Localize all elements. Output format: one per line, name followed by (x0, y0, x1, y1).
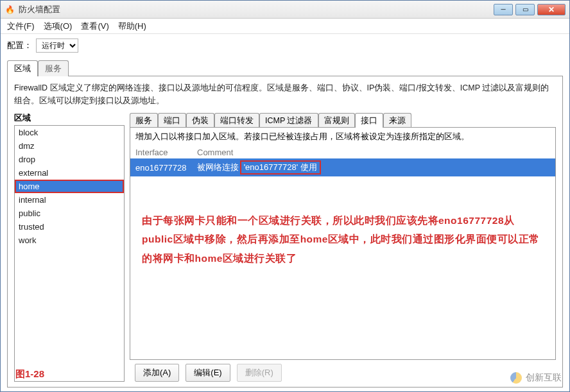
outer-tabs: 区域 服务 (7, 60, 563, 76)
outer-panel: FirewallD 区域定义了绑定的网络连接、接口以及源地址的可信程度。区域是服… (7, 76, 563, 388)
tab-icmp[interactable]: ICMP 过滤器 (259, 113, 318, 128)
tab-source[interactable]: 来源 (383, 113, 411, 128)
cell-comment: 被网络连接 'eno16777728' 使用 (197, 160, 550, 175)
menu-help[interactable]: 帮助(H) (118, 21, 146, 32)
interfaces-table: Interface Comment eno16777728 被网络连接 'eno… (130, 146, 555, 176)
zone-item-drop[interactable]: drop (15, 153, 124, 166)
minimize-button[interactable]: ─ (494, 4, 513, 15)
col-comment: Comment (197, 148, 550, 157)
table-row[interactable]: eno16777728 被网络连接 'eno16777728' 使用 (130, 158, 555, 176)
zone-item-work[interactable]: work (15, 234, 124, 247)
content-area: 区域 服务 FirewallD 区域定义了绑定的网络连接、接口以及源地址的可信程… (1, 57, 569, 391)
annotation-text: 由于每张网卡只能和一个区域进行关联，所以此时我们应该先将eno16777728从… (142, 211, 542, 268)
button-row: 添加(A) 编辑(E) 删除(R) (130, 360, 556, 382)
tab-interfaces[interactable]: 接口 (355, 113, 383, 128)
edit-button[interactable]: 编辑(E) (186, 364, 230, 382)
zone-description: FirewallD 区域定义了绑定的网络连接、接口以及源地址的可信程度。区域是服… (14, 81, 556, 107)
config-bar: 配置： 运行时 (1, 34, 569, 57)
config-label: 配置： (7, 40, 32, 51)
remove-button: 删除(R) (237, 364, 282, 382)
col-interface: Interface (135, 148, 197, 157)
tab-rich[interactable]: 富规则 (318, 113, 355, 128)
zone-item-public[interactable]: public (15, 207, 124, 220)
inner-panel: 增加入口以将接口加入区域。若接口已经被连接占用，区域将被设定为连接所指定的区域。… (130, 127, 556, 360)
zone-list-wrap: 区域 block dmz drop external home internal… (14, 112, 125, 382)
add-button[interactable]: 添加(A) (135, 364, 179, 382)
menu-file[interactable]: 文件(F) (7, 21, 35, 32)
tab-service[interactable]: 服务 (38, 60, 69, 76)
titlebar: 🔥 防火墙配置 ─ ▭ ✕ (1, 1, 569, 19)
watermark-logo-icon (510, 372, 522, 384)
app-icon: 🔥 (4, 4, 15, 15)
tab-services[interactable]: 服务 (130, 113, 158, 128)
window-buttons: ─ ▭ ✕ (494, 4, 569, 15)
table-head: Interface Comment (130, 146, 555, 158)
menu-view[interactable]: 查看(V) (81, 21, 108, 32)
watermark-text: 创新互联 (526, 372, 562, 384)
tab-masq[interactable]: 伪装 (186, 113, 214, 128)
cell-interface: eno16777728 (135, 163, 197, 173)
zone-item-external[interactable]: external (15, 166, 124, 180)
tab-ports[interactable]: 端口 (158, 113, 186, 128)
zone-item-internal[interactable]: internal (15, 193, 124, 207)
interfaces-description: 增加入口以将接口加入区域。若接口已经被连接占用，区域将被设定为连接所指定的区域。 (130, 132, 555, 146)
app-window: 🔥 防火墙配置 ─ ▭ ✕ 文件(F) 选项(O) 查看(V) 帮助(H) 配置… (0, 0, 570, 392)
maximize-button[interactable]: ▭ (515, 4, 535, 15)
highlight-box: 'eno16777728' 使用 (240, 160, 321, 175)
zone-item-home[interactable]: home (15, 180, 124, 193)
menu-options[interactable]: 选项(O) (44, 21, 73, 32)
window-title: 防火墙配置 (19, 4, 60, 15)
menubar: 文件(F) 选项(O) 查看(V) 帮助(H) (1, 19, 569, 34)
figure-label: 图1-28 (15, 368, 44, 380)
tab-zone[interactable]: 区域 (7, 60, 38, 76)
watermark: 创新互联 (510, 372, 562, 384)
inner-row: 区域 block dmz drop external home internal… (14, 112, 556, 382)
zone-item-dmz[interactable]: dmz (15, 139, 124, 153)
zone-list[interactable]: block dmz drop external home internal pu… (14, 125, 125, 382)
config-select[interactable]: 运行时 (36, 38, 78, 53)
close-button[interactable]: ✕ (537, 4, 566, 15)
zone-item-trusted[interactable]: trusted (15, 220, 124, 234)
zone-list-header: 区域 (14, 112, 125, 124)
inner-tabs: 服务 端口 伪装 端口转发 ICMP 过滤器 富规则 接口 来源 (130, 112, 556, 127)
right-pane: 服务 端口 伪装 端口转发 ICMP 过滤器 富规则 接口 来源 增加入口以将接… (130, 112, 556, 382)
zone-item-block[interactable]: block (15, 126, 124, 139)
tab-portfwd[interactable]: 端口转发 (214, 113, 259, 128)
